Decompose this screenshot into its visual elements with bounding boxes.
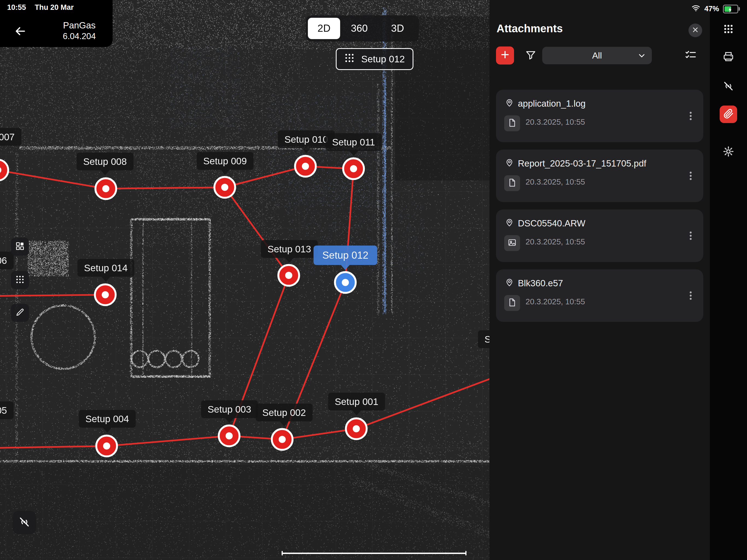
battery-percent: 47% [704, 5, 719, 13]
setup-label-setup-014[interactable]: Setup 014 [77, 259, 134, 277]
back-button[interactable] [13, 25, 27, 39]
attachment-date: 20.3.2025, 10:55 [525, 237, 585, 246]
gear-icon [722, 146, 735, 159]
location-pin-icon [505, 278, 514, 287]
multi-select-button[interactable] [684, 49, 698, 63]
attachment-menu-button[interactable] [684, 230, 697, 243]
apps-grid-button[interactable] [720, 21, 737, 38]
setup-marker-setup-002[interactable] [272, 429, 292, 450]
live-off-button[interactable] [12, 511, 36, 534]
marker-dot [226, 432, 233, 439]
setup-marker-setup-007[interactable] [0, 160, 8, 180]
attachment-menu-button[interactable] [684, 170, 697, 183]
clock: 10:55 [7, 3, 26, 12]
close-icon [692, 26, 699, 34]
setup-label-setup-001[interactable]: Setup 001 [328, 393, 385, 410]
settings-button[interactable] [720, 143, 737, 161]
location-pin-icon [505, 98, 514, 107]
setup-marker-setup-012[interactable] [335, 272, 356, 293]
attachment-thumbnail [504, 235, 520, 251]
marker-dot [221, 184, 228, 191]
kebab-icon [685, 230, 696, 242]
setup-label-setup-008[interactable]: Setup 008 [77, 153, 133, 170]
project-title: PanGas [49, 20, 109, 31]
marker-dot [353, 425, 360, 432]
setup-marker-setup-008[interactable] [96, 178, 116, 199]
marker-dot [102, 291, 109, 298]
tiles-icon [15, 241, 25, 252]
tab-2d[interactable]: 2D [308, 18, 340, 39]
setup-label-setup-004[interactable]: Setup 004 [79, 410, 136, 428]
tab-3d[interactable]: 3D [379, 18, 417, 39]
pen-icon [15, 308, 25, 318]
attachments-list: application_1.log20.3.2025, 10:55Report_… [489, 90, 710, 329]
add-attachment-button[interactable]: + [496, 47, 514, 65]
attachment-name: application_1.log [518, 98, 586, 109]
marker-dot [102, 185, 109, 192]
setup-marker-setup-014[interactable] [95, 284, 115, 305]
setup-label-setup-005[interactable]: Setup 005 [0, 401, 14, 419]
project-info: PanGas 6.04.204 [49, 20, 109, 42]
setup-marker-setup-009[interactable] [214, 177, 235, 198]
arrow-left-icon [14, 25, 27, 39]
attachment-date: 20.3.2025, 10:55 [525, 297, 585, 306]
funnel-icon [525, 50, 537, 62]
attachment-thumbnail [504, 175, 520, 191]
route-line-2 [225, 187, 289, 436]
move-handle-icon [344, 53, 355, 65]
battery-icon [723, 5, 738, 14]
battery-nub [739, 7, 740, 11]
setup-marker-setup-003[interactable] [219, 426, 239, 446]
close-panel-button[interactable] [689, 24, 702, 37]
setup-marker-setup-004[interactable] [96, 436, 117, 456]
project-version: 6.04.204 [49, 31, 109, 42]
active-setup-chip[interactable]: Setup 012 [336, 48, 413, 70]
tiles-view-button[interactable] [11, 238, 29, 256]
marker-dot [342, 279, 349, 286]
attachments-button[interactable] [720, 105, 737, 123]
setup-marker-setup-011[interactable] [343, 158, 364, 179]
attachment-menu-button[interactable] [684, 289, 697, 303]
apps-grid-icon [723, 24, 734, 35]
top-left-bar: 10:55 Thu 20 Mar PanGas 6.04.204 [0, 0, 113, 47]
attachment-menu-button[interactable] [684, 110, 697, 123]
setup-label-setup-013[interactable]: Setup 013 [261, 240, 318, 258]
setup-label-setup-009[interactable]: Setup 009 [197, 152, 254, 170]
attachment-card[interactable]: application_1.log20.3.2025, 10:55 [496, 90, 703, 142]
wifi-icon [691, 3, 700, 15]
move-tool-button[interactable] [11, 271, 29, 289]
paperclip-icon [723, 108, 734, 120]
setup-label-setup-012[interactable]: Setup 012 [314, 246, 377, 265]
annotate-button[interactable] [11, 304, 29, 322]
document-file-icon [508, 298, 517, 308]
marker-dot [350, 165, 357, 172]
app-screen: Setup 007Setup 008Setup 009Setup 010Setu… [0, 0, 747, 560]
kebab-icon [685, 290, 696, 302]
kebab-icon [685, 110, 696, 123]
filter-dropdown[interactable]: All [542, 47, 652, 64]
view-mode-switcher: 2D 360 3D [306, 15, 419, 42]
attachment-card[interactable]: DSC05540.ARW20.3.2025, 10:55 [496, 209, 703, 262]
setup-label-setup-007[interactable]: Setup 007 [0, 128, 21, 146]
attachment-name: Report_2025-03-17_151705.pdf [518, 158, 646, 169]
marker-dot [285, 272, 292, 279]
attachment-card[interactable]: Blk360.e5720.3.2025, 10:55 [496, 269, 703, 322]
setup-marker-setup-013[interactable] [278, 265, 299, 286]
marker-dot [302, 163, 309, 170]
setup-marker-setup-010[interactable] [295, 156, 316, 177]
broadcast-off-icon [722, 80, 735, 93]
scanner-button[interactable] [720, 48, 737, 66]
setup-label-setup-003[interactable]: Setup 003 [201, 400, 258, 418]
filter-button[interactable] [524, 50, 537, 62]
kebab-icon [685, 170, 696, 182]
setup-label-setup-011[interactable]: Setup 011 [326, 133, 382, 151]
attachment-thumbnail [504, 116, 520, 131]
attachment-card[interactable]: Report_2025-03-17_151705.pdf20.3.2025, 1… [496, 150, 703, 202]
tab-360[interactable]: 360 [340, 18, 379, 39]
broadcast-off-button[interactable] [720, 78, 737, 96]
setup-label-setup-006[interactable]: Setup 006 [0, 252, 14, 269]
attachment-date: 20.3.2025, 10:55 [525, 177, 585, 186]
setup-label-setup-002[interactable]: Setup 002 [256, 404, 312, 422]
setup-marker-setup-001[interactable] [346, 418, 367, 439]
broadcast-off-icon [18, 516, 31, 529]
